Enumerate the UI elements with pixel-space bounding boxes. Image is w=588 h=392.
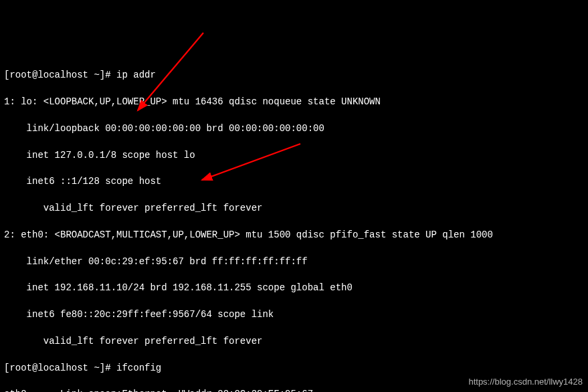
ipaddr-line: link/ether 00:0c:29:ef:95:67 brd ff:ff:f…	[4, 256, 584, 269]
prompt-ifconfig: [root@localhost ~]# ifconfig	[4, 362, 584, 375]
ipaddr-line: inet6 ::1/128 scope host	[4, 175, 584, 189]
watermark-text: https://blog.csdn.net/llwy1428	[468, 376, 583, 388]
ipaddr-line: link/loopback 00:00:00:00:00:00 brd 00:0…	[4, 122, 584, 136]
ipaddr-line: 2: eth0: <BROADCAST,MULTICAST,UP,LOWER_U…	[4, 229, 584, 242]
ipaddr-line: valid_lft forever preferred_lft forever	[4, 335, 584, 349]
ipaddr-line: valid_lft forever preferred_lft forever	[4, 202, 584, 215]
ipaddr-line: 1: lo: <LOOPBACK,UP,LOWER_UP> mtu 16436 …	[4, 96, 584, 109]
ipaddr-line: inet 127.0.0.1/8 scope host lo	[4, 149, 584, 163]
ifconfig-line: eth0 Link encap:Ethernet HWaddr 00:0C:29…	[4, 388, 584, 392]
ipaddr-line: inet 192.168.11.10/24 brd 192.168.11.255…	[4, 282, 584, 295]
ipaddr-line: inet6 fe80::20c:29ff:feef:9567/64 scope …	[4, 308, 584, 322]
prompt-ip-addr: [root@localhost ~]# ip addr	[4, 69, 584, 82]
terminal-output: [root@localhost ~]# ip addr 1: lo: <LOOP…	[4, 56, 584, 393]
